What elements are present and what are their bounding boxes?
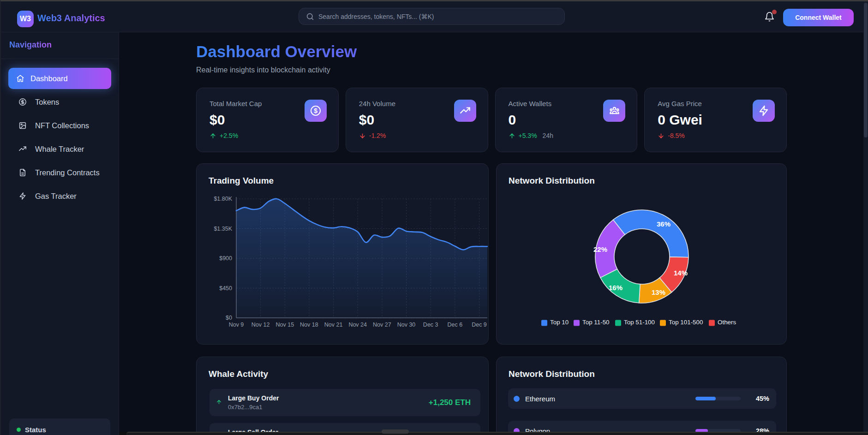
svg-text:16%: 16% (609, 284, 623, 292)
svg-text:Dec 9: Dec 9 (472, 322, 487, 328)
svg-text:36%: 36% (657, 220, 670, 228)
svg-text:$1.80K: $1.80K (214, 196, 232, 202)
svg-text:Top 10: Top 10 (550, 319, 569, 326)
svg-text:Top 101-500: Top 101-500 (669, 319, 703, 326)
svg-text:13%: 13% (652, 288, 665, 296)
svg-text:Dec 6: Dec 6 (447, 322, 462, 328)
svg-text:Dec 3: Dec 3 (423, 322, 438, 328)
svg-text:Top 51-100: Top 51-100 (624, 319, 655, 326)
svg-text:Nov 21: Nov 21 (324, 322, 343, 328)
svg-text:22%: 22% (593, 245, 607, 253)
svg-text:Others: Others (718, 319, 736, 326)
svg-text:$1.35K: $1.35K (214, 226, 232, 232)
svg-text:Nov 9: Nov 9 (229, 322, 244, 328)
svg-text:Nov 15: Nov 15 (275, 322, 294, 328)
svg-text:Nov 30: Nov 30 (397, 322, 416, 328)
svg-text:$900: $900 (219, 255, 232, 262)
svg-text:$: $ (314, 107, 317, 114)
svg-text:Top 11-50: Top 11-50 (582, 319, 610, 326)
svg-text:Nov 27: Nov 27 (373, 322, 391, 328)
svg-text:Nov 24: Nov 24 (348, 322, 367, 328)
svg-text:$0: $0 (226, 315, 232, 321)
svg-text:14%: 14% (674, 269, 688, 277)
svg-text:Nov 18: Nov 18 (300, 322, 318, 328)
svg-text:Nov 12: Nov 12 (251, 322, 270, 328)
svg-text:$450: $450 (219, 285, 232, 292)
